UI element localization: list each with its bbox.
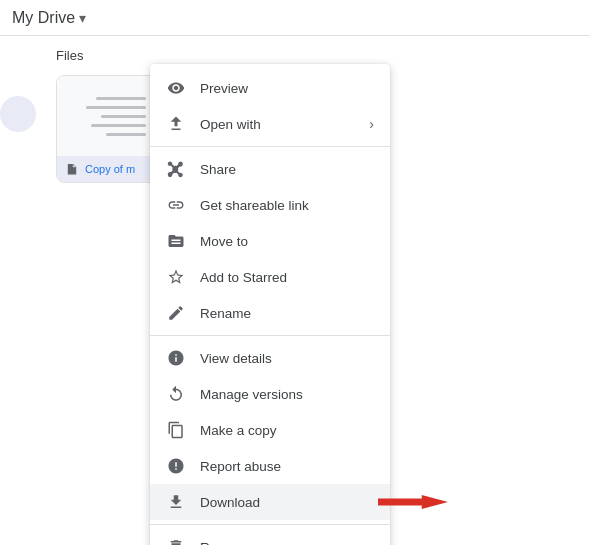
submenu-arrow-icon: › <box>369 116 374 132</box>
menu-item-open-with[interactable]: Open with› <box>150 106 390 142</box>
menu-item-label-open-with: Open with <box>200 117 355 132</box>
menu-item-label-share: Share <box>200 162 374 177</box>
open-with-icon <box>166 114 186 134</box>
header: My Drive ▾ <box>0 0 590 36</box>
eye-icon <box>166 78 186 98</box>
link-icon <box>166 195 186 215</box>
star-icon <box>166 267 186 287</box>
menu-item-shareable-link[interactable]: Get shareable link <box>150 187 390 223</box>
menu-item-share[interactable]: Share <box>150 151 390 187</box>
download-icon <box>166 492 186 512</box>
files-label: Files <box>56 48 574 63</box>
info-icon <box>166 348 186 368</box>
menu-item-manage-versions[interactable]: Manage versions <box>150 376 390 412</box>
menu-item-remove[interactable]: Remove <box>150 529 390 545</box>
menu-item-label-remove: Remove <box>200 540 374 546</box>
context-menu: PreviewOpen with›ShareGet shareable link… <box>150 64 390 545</box>
menu-item-label-download: Download <box>200 495 374 510</box>
file-line <box>96 97 146 100</box>
menu-item-label-report-abuse: Report abuse <box>200 459 374 474</box>
file-line <box>101 115 146 118</box>
move-icon <box>166 231 186 251</box>
menu-divider-2 <box>150 146 390 147</box>
rename-icon <box>166 303 186 323</box>
page-title: My Drive <box>12 9 75 27</box>
file-line <box>106 133 146 136</box>
chevron-down-icon[interactable]: ▾ <box>79 10 86 26</box>
svg-marker-0 <box>378 495 448 509</box>
menu-item-view-details[interactable]: View details <box>150 340 390 376</box>
menu-item-label-preview: Preview <box>200 81 374 96</box>
main-content: Files Copy o <box>0 36 590 195</box>
menu-item-rename[interactable]: Rename <box>150 295 390 331</box>
menu-item-report-abuse[interactable]: Report abuse <box>150 448 390 484</box>
menu-item-label-make-copy: Make a copy <box>200 423 374 438</box>
menu-item-label-shareable-link: Get shareable link <box>200 198 374 213</box>
menu-item-download[interactable]: Download <box>150 484 390 520</box>
menu-item-label-add-starred: Add to Starred <box>200 270 374 285</box>
breadcrumb: My Drive ▾ <box>12 9 86 27</box>
menu-item-label-view-details: View details <box>200 351 374 366</box>
menu-item-label-manage-versions: Manage versions <box>200 387 374 402</box>
menu-item-preview[interactable]: Preview <box>150 70 390 106</box>
file-name: Copy of m <box>85 163 135 175</box>
versions-icon <box>166 384 186 404</box>
menu-item-move-to[interactable]: Move to <box>150 223 390 259</box>
file-type-icon <box>65 162 79 176</box>
report-icon <box>166 456 186 476</box>
menu-item-add-starred[interactable]: Add to Starred <box>150 259 390 295</box>
menu-item-label-rename: Rename <box>200 306 374 321</box>
file-line <box>86 106 146 109</box>
share-icon <box>166 159 186 179</box>
menu-divider-8 <box>150 335 390 336</box>
menu-divider-14 <box>150 524 390 525</box>
file-line <box>91 124 146 127</box>
file-preview-lines <box>86 97 156 136</box>
trash-icon <box>166 537 186 545</box>
avatar <box>0 96 36 132</box>
menu-item-label-move-to: Move to <box>200 234 374 249</box>
menu-item-make-copy[interactable]: Make a copy <box>150 412 390 448</box>
red-indicator-arrow <box>378 490 448 514</box>
copy-icon <box>166 420 186 440</box>
